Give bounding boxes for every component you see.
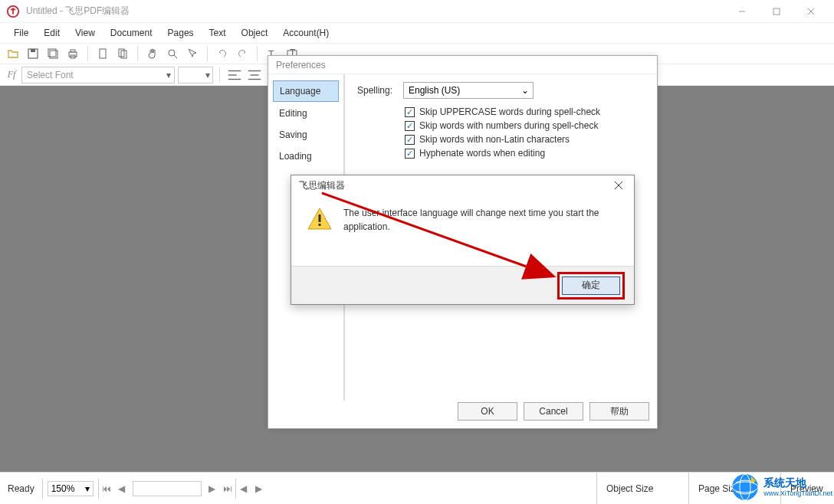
nav-forward-icon[interactable]: ▶ — [251, 481, 267, 496]
nav-back-icon[interactable]: ◀ — [236, 481, 251, 496]
svg-rect-12 — [100, 49, 106, 58]
font-size-select[interactable]: ▾ — [178, 67, 213, 83]
menu-file[interactable]: File — [6, 25, 36, 41]
title-bar: Untitled - 飞思PDF编辑器 — [0, 0, 834, 23]
maximize-button[interactable] — [759, 0, 793, 23]
checkbox-icon: ✓ — [405, 135, 415, 145]
svg-rect-10 — [71, 50, 75, 52]
svg-line-16 — [174, 55, 177, 58]
spelling-label: Spelling: — [357, 85, 403, 96]
page-number-input[interactable] — [133, 481, 202, 496]
checkbox-icon: ✓ — [405, 121, 415, 131]
check-nonlatin[interactable]: ✓Skip words with non-Latin characters — [405, 134, 645, 145]
message-dialog: 飞思编辑器 The user interface language will c… — [291, 175, 635, 305]
svg-rect-35 — [319, 224, 321, 226]
hand-icon[interactable] — [144, 45, 161, 62]
menu-object[interactable]: Object — [234, 25, 276, 41]
status-bar: Ready 150%▾ ⏮ ◀ ▶ ⏭ ◀ ▶ Object Size Page… — [0, 472, 834, 504]
align-left-icon[interactable] — [226, 67, 243, 83]
redo-icon[interactable] — [234, 45, 251, 62]
check-hyphenate[interactable]: ✓Hyphenate words when editing — [405, 148, 645, 159]
menu-document[interactable]: Document — [103, 25, 160, 41]
page-icon[interactable] — [94, 45, 111, 62]
svg-rect-2 — [773, 8, 780, 15]
save-icon[interactable] — [25, 45, 41, 62]
dialog-title: 飞思编辑器 — [299, 179, 345, 192]
menu-edit[interactable]: Edit — [36, 25, 67, 41]
menu-account[interactable]: Account(H) — [275, 25, 337, 41]
svg-point-15 — [169, 50, 175, 56]
svg-rect-34 — [319, 214, 321, 222]
close-button[interactable] — [793, 0, 828, 23]
font-select[interactable]: Select Font ▾ — [21, 67, 175, 83]
open-icon[interactable] — [5, 45, 21, 62]
spelling-value: English (US) — [409, 85, 460, 96]
first-page-icon[interactable]: ⏮ — [99, 481, 114, 496]
chevron-down-icon: ▾ — [205, 70, 210, 80]
pref-ok-button[interactable]: OK — [458, 402, 517, 421]
pointer-icon[interactable] — [184, 45, 201, 62]
zoom-select[interactable]: 150%▾ — [48, 481, 94, 496]
save-as-icon[interactable] — [44, 45, 61, 62]
minimize-button[interactable] — [724, 0, 759, 23]
pages-icon[interactable] — [114, 45, 131, 62]
svg-rect-6 — [31, 49, 35, 52]
pref-help-button[interactable]: 帮助 — [589, 402, 649, 421]
status-object-size: Object Size — [596, 473, 688, 505]
checkbox-icon: ✓ — [405, 107, 415, 117]
menu-bar: File Edit View Document Pages Text Objec… — [0, 23, 834, 43]
next-page-icon[interactable]: ▶ — [205, 481, 220, 496]
pref-cancel-button[interactable]: Cancel — [524, 402, 583, 421]
print-icon[interactable] — [64, 45, 81, 62]
font-family-icon: Ff — [5, 69, 18, 80]
menu-text[interactable]: Text — [202, 25, 234, 41]
window-title: Untitled - 飞思PDF编辑器 — [26, 5, 130, 18]
watermark-brand: 系统天地 — [763, 477, 832, 489]
pref-tab-saving[interactable]: Saving — [273, 125, 339, 145]
last-page-icon[interactable]: ⏭ — [220, 481, 235, 496]
prev-page-icon[interactable]: ◀ — [114, 481, 130, 496]
check-numbers[interactable]: ✓Skip words with numbers during spell-ch… — [405, 120, 645, 131]
globe-icon — [730, 472, 760, 502]
align-center-icon[interactable] — [246, 67, 263, 83]
preferences-title: Preferences — [268, 56, 657, 74]
svg-point-37 — [732, 474, 758, 500]
watermark-url: www.XiTongTianDi.net — [763, 489, 832, 497]
chevron-down-icon: ▾ — [85, 483, 90, 494]
status-ready: Ready — [0, 483, 42, 494]
checkbox-icon: ✓ — [405, 149, 415, 159]
undo-icon[interactable] — [214, 45, 231, 62]
dialog-ok-highlight: 确定 — [557, 272, 625, 299]
app-logo-icon — [6, 5, 20, 18]
dialog-ok-button[interactable]: 确定 — [562, 277, 620, 295]
dialog-message: The user interface language will change … — [343, 206, 619, 234]
chevron-down-icon: ⌄ — [521, 85, 529, 96]
dialog-close-button[interactable] — [611, 178, 626, 193]
zoom-icon[interactable] — [164, 45, 181, 62]
font-placeholder: Select Font — [27, 70, 74, 80]
check-uppercase[interactable]: ✓Skip UPPERCASE words during spell-check — [405, 106, 645, 117]
menu-pages[interactable]: Pages — [160, 25, 202, 41]
warning-icon — [307, 206, 333, 232]
spelling-select[interactable]: English (US) ⌄ — [403, 82, 534, 99]
menu-view[interactable]: View — [67, 25, 103, 41]
pref-tab-language[interactable]: Language — [273, 80, 339, 102]
watermark: 系统天地 www.XiTongTianDi.net — [730, 472, 832, 502]
chevron-down-icon: ▾ — [166, 70, 171, 80]
pref-tab-editing[interactable]: Editing — [273, 103, 339, 123]
pref-tab-loading[interactable]: Loading — [273, 146, 339, 166]
